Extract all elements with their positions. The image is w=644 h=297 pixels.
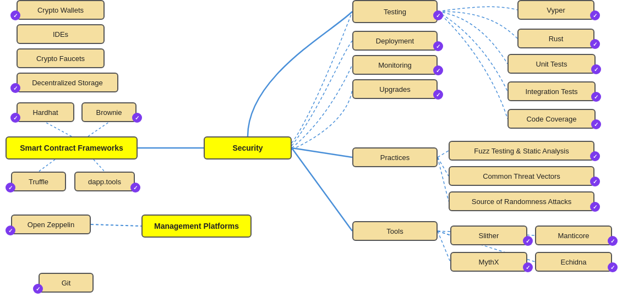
code-coverage-node[interactable]: Code Coverage✓ <box>507 109 596 129</box>
deployment-badge: ✓ <box>433 41 443 51</box>
integration-tests-badge: ✓ <box>591 92 601 102</box>
git-badge: ✓ <box>33 284 43 294</box>
practices-label: Practices <box>380 153 410 162</box>
crypto-faucets-node[interactable]: Crypto Faucets <box>17 48 105 68</box>
dapp-tools-badge: ✓ <box>130 183 140 193</box>
dapp-tools-label: dapp.tools <box>88 178 121 186</box>
source-randomness-badge: ✓ <box>590 202 600 212</box>
monitoring-label: Monitoring <box>378 61 412 69</box>
tools-label: Tools <box>386 227 403 235</box>
fuzz-testing-node[interactable]: Fuzz Testing & Static Analysis✓ <box>449 141 594 161</box>
decentralized-storage-node[interactable]: Decentralized Storage✓ <box>17 73 118 92</box>
git-label: Git <box>62 279 71 287</box>
svg-line-7 <box>438 231 450 235</box>
common-threat-vectors-node[interactable]: Common Threat Vectors✓ <box>449 166 594 186</box>
svg-line-14 <box>94 160 105 172</box>
manticore-badge: ✓ <box>608 236 618 246</box>
dapp-tools-node[interactable]: dapp.tools✓ <box>74 172 135 191</box>
brownie-node[interactable]: Brownie✓ <box>81 102 137 122</box>
svg-line-6 <box>438 157 449 201</box>
crypto-wallets-node[interactable]: Crypto Wallets✓ <box>17 0 105 20</box>
rust-node[interactable]: Rust✓ <box>517 29 594 48</box>
open-zeppelin-badge: ✓ <box>6 226 15 235</box>
crypto-wallets-badge: ✓ <box>10 10 20 20</box>
svg-line-1 <box>292 148 352 157</box>
mythx-node[interactable]: MythX✓ <box>450 252 527 272</box>
monitoring-node[interactable]: Monitoring✓ <box>352 55 438 75</box>
management-platforms-label: Management Platforms <box>154 222 239 230</box>
svg-line-2 <box>292 148 352 231</box>
brownie-badge: ✓ <box>132 113 142 123</box>
manticore-node[interactable]: Manticore✓ <box>535 226 612 245</box>
hardhat-badge: ✓ <box>10 113 20 123</box>
brownie-label: Brownie <box>96 108 122 117</box>
svg-line-13 <box>39 160 55 172</box>
echidna-node[interactable]: Echidna✓ <box>535 252 612 272</box>
practices-node[interactable]: Practices <box>352 147 438 167</box>
svg-line-5 <box>438 157 449 176</box>
slither-badge: ✓ <box>523 236 533 246</box>
svg-line-12 <box>88 122 109 136</box>
upgrades-label: Upgrades <box>379 85 410 94</box>
smart-contract-frameworks-node[interactable]: Smart Contract Frameworks <box>6 136 138 160</box>
fuzz-testing-label: Fuzz Testing & Static Analysis <box>474 147 569 155</box>
upgrades-badge: ✓ <box>433 90 443 100</box>
hardhat-node[interactable]: Hardhat✓ <box>17 102 74 122</box>
source-randomness-label: Source of Randomness Attacks <box>472 197 571 206</box>
svg-line-9 <box>438 231 450 262</box>
testing-node[interactable]: Testing✓ <box>352 0 438 23</box>
crypto-faucets-label: Crypto Faucets <box>36 54 85 63</box>
truffle-node[interactable]: Truffle✓ <box>11 172 66 191</box>
smart-contract-frameworks-label: Smart Contract Frameworks <box>20 144 123 152</box>
svg-line-4 <box>438 151 449 157</box>
integration-tests-node[interactable]: Integration Tests✓ <box>507 81 596 101</box>
management-platforms-node[interactable]: Management Platforms <box>141 215 252 238</box>
manticore-label: Manticore <box>558 232 589 240</box>
rust-badge: ✓ <box>590 39 600 49</box>
truffle-label: Truffle <box>29 178 48 186</box>
open-zeppelin-label: Open Zeppelin <box>28 221 74 229</box>
unit-tests-label: Unit Tests <box>536 60 567 68</box>
vyper-badge: ✓ <box>590 10 600 20</box>
deployment-label: Deployment <box>376 37 414 45</box>
code-coverage-badge: ✓ <box>591 119 601 129</box>
decentralized-storage-badge: ✓ <box>10 83 20 93</box>
upgrades-node[interactable]: Upgrades✓ <box>352 79 438 99</box>
rust-label: Rust <box>549 35 564 43</box>
testing-badge: ✓ <box>433 10 443 20</box>
git-node[interactable]: Git✓ <box>39 273 94 293</box>
security-label: Security <box>232 144 263 152</box>
code-coverage-label: Code Coverage <box>526 115 576 123</box>
vyper-label: Vyper <box>547 6 565 14</box>
testing-label: Testing <box>384 8 406 16</box>
fuzz-testing-badge: ✓ <box>590 151 600 161</box>
deployment-node[interactable]: Deployment✓ <box>352 31 438 51</box>
unit-tests-node[interactable]: Unit Tests✓ <box>507 54 596 74</box>
mythx-badge: ✓ <box>523 262 533 272</box>
crypto-wallets-label: Crypto Wallets <box>37 6 84 14</box>
decentralized-storage-label: Decentralized Storage <box>32 79 103 87</box>
ides-label: IDEs <box>53 30 68 38</box>
security-node[interactable]: Security <box>204 136 292 160</box>
ides-node[interactable]: IDEs <box>17 24 105 44</box>
common-threat-vectors-label: Common Threat Vectors <box>483 172 560 180</box>
open-zeppelin-node[interactable]: Open Zeppelin✓ <box>11 215 91 234</box>
truffle-badge: ✓ <box>6 183 15 193</box>
unit-tests-badge: ✓ <box>591 64 601 74</box>
svg-line-11 <box>45 122 72 136</box>
monitoring-badge: ✓ <box>433 65 443 75</box>
svg-line-3 <box>91 224 141 226</box>
echidna-label: Echidna <box>561 258 587 266</box>
vyper-node[interactable]: Vyper✓ <box>517 0 594 20</box>
mythx-label: MythX <box>479 258 499 266</box>
tools-node[interactable]: Tools <box>352 221 438 241</box>
integration-tests-label: Integration Tests <box>525 87 577 96</box>
common-threat-vectors-badge: ✓ <box>590 177 600 186</box>
source-randomness-node[interactable]: Source of Randomness Attacks✓ <box>449 191 594 211</box>
slither-label: Slither <box>479 232 499 240</box>
slither-node[interactable]: Slither✓ <box>450 226 527 245</box>
echidna-badge: ✓ <box>608 262 618 272</box>
hardhat-label: Hardhat <box>32 108 58 117</box>
